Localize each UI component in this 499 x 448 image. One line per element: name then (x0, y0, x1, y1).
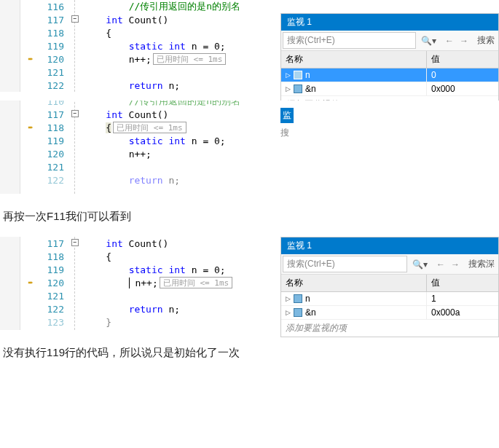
line-number: 122 (41, 173, 70, 186)
current-line-arrow-icon: ➨ (28, 278, 33, 288)
watch-header: 名称 值 (281, 275, 498, 292)
line-number: 121 (41, 160, 70, 173)
search-depth-label: 搜索深 (465, 256, 498, 272)
breakpoint-margin[interactable]: ➨ (20, 237, 41, 330)
fold-margin[interactable]: − (70, 237, 83, 330)
line-number-margin: 117 118 119 120 121 122 123 (41, 237, 70, 330)
variable-icon (294, 71, 302, 79)
code-editor-2: ➨ 110 117 118 119 120 121 122 − //传引用返回的… (0, 101, 499, 194)
expand-icon[interactable]: ▷ (286, 71, 291, 79)
watch-title: 监视 1 (281, 237, 498, 254)
fold-margin[interactable]: − (70, 101, 83, 194)
fold-toggle-icon[interactable]: − (71, 110, 79, 117)
expand-icon[interactable]: ▷ (286, 295, 291, 302)
line-number: 117 (41, 237, 70, 250)
code-line (83, 160, 499, 173)
search-label-clip: 搜 (280, 127, 289, 139)
line-number: 119 (41, 263, 70, 276)
nav-back-icon[interactable]: ← (434, 259, 447, 270)
nav-forward-icon[interactable]: → (449, 259, 462, 270)
watch-col-value-header[interactable]: 值 (427, 275, 498, 291)
bookmark-margin (0, 237, 20, 330)
comment-text: //传引用返回的是n的别名 (129, 0, 240, 13)
line-number: 122 (41, 302, 70, 315)
line-number: 120 (41, 147, 70, 160)
line-number-margin: 116 117 118 119 120 121 122 (41, 0, 70, 92)
line-number: 123 (41, 315, 70, 329)
watch-panel-1: 监视 1 搜索(Ctrl+E) 🔍▾ ← → 搜索 名称 值 ▷n 0 ▷&n … (280, 13, 499, 114)
watch-title: 监视 1 (281, 14, 498, 31)
code-line: return n; (83, 173, 499, 186)
line-number: 117 (41, 13, 70, 26)
line-number: 119 (41, 134, 70, 147)
line-number: 120 (41, 276, 70, 289)
breakpoint-margin[interactable]: ➨ (20, 101, 41, 194)
explanation-text-2: 没有执行119行的代码，所以说只是初始化了一次 (3, 346, 496, 360)
line-number-margin: 110 117 118 119 120 121 122 (41, 101, 70, 194)
code-line: //传引用返回的是n的别名 (83, 101, 499, 108)
nav-back-icon[interactable]: ← (443, 36, 456, 46)
explanation-text-1: 再按一次F11我们可以看到 (3, 210, 496, 224)
search-icon[interactable]: 🔍▾ (417, 34, 440, 47)
expand-icon[interactable]: ▷ (286, 85, 291, 93)
watch-search-input[interactable]: 搜索(Ctrl+E) (283, 256, 407, 272)
watch-header: 名称 值 (281, 51, 498, 68)
bookmark-margin (0, 0, 20, 92)
watch-col-value-header[interactable]: 值 (427, 51, 498, 68)
line-number: 121 (41, 66, 70, 79)
fold-toggle-icon[interactable]: − (71, 15, 79, 23)
variable-icon (294, 294, 302, 303)
watch-row[interactable]: ▷&n 0x000 (281, 82, 498, 96)
current-line-arrow-icon: ➨ (28, 122, 33, 133)
watch-col-name-header[interactable]: 名称 (281, 51, 427, 68)
watch-panel-3: 监视 1 搜索(Ctrl+E) 🔍▾ ← → 搜索深 名称 值 ▷n 1 ▷&n… (280, 237, 499, 337)
search-icon[interactable]: 🔍▾ (409, 258, 431, 271)
search-depth-label: 搜索 (474, 33, 498, 48)
code-line: static int n = 0; (83, 134, 499, 147)
line-number: 119 (41, 39, 70, 52)
nav-forward-icon[interactable]: → (457, 36, 471, 46)
line-number: 117 (41, 108, 70, 121)
watch-row[interactable]: ▷n 0 (281, 68, 498, 82)
code-line: //传引用返回的是n的别名 (83, 0, 499, 13)
perf-tip[interactable]: 已用时间 <= 1ms (160, 277, 232, 288)
expand-icon[interactable]: ▷ (286, 309, 291, 316)
line-number: 116 (41, 0, 70, 13)
line-number: 118 (41, 121, 70, 134)
variable-icon (294, 85, 302, 93)
breakpoint-margin[interactable]: ➨ (20, 0, 41, 92)
line-number: 118 (41, 250, 70, 263)
perf-tip[interactable]: 已用时间 <= 1ms (113, 122, 186, 133)
watch-row[interactable]: ▷&n 0x000a (281, 306, 498, 320)
line-number: 118 (41, 26, 70, 39)
watch-title-clip: 监 (280, 108, 294, 123)
perf-tip[interactable]: 已用时间 <= 1ms (153, 53, 226, 65)
watch-add-placeholder[interactable]: 添加要监视的项 (281, 320, 498, 337)
watch-row[interactable]: ▷n 1 (281, 292, 498, 306)
bookmark-margin (0, 101, 20, 194)
watch-search-input[interactable]: 搜索(Ctrl+E) (283, 32, 416, 49)
line-number: 122 (41, 79, 70, 92)
variable-icon (294, 308, 302, 317)
line-number: 121 (41, 289, 70, 302)
code-line: n++; (83, 147, 499, 160)
fold-margin[interactable]: − (70, 0, 83, 92)
watch-col-name-header[interactable]: 名称 (281, 275, 427, 291)
current-line-arrow-icon: ➨ (28, 54, 33, 64)
fold-toggle-icon[interactable]: − (71, 239, 79, 246)
line-number: 120 (41, 52, 70, 66)
line-number: 110 (41, 101, 70, 108)
